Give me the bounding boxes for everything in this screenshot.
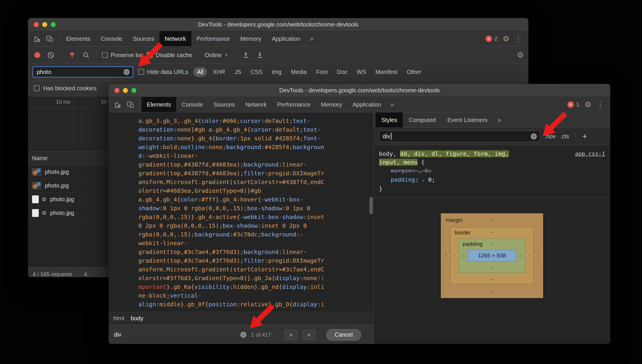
inspect-element-icon[interactable] [113,99,123,110]
zoom-button[interactable] [51,22,56,27]
filter-pill-manifest[interactable]: Manifest [372,67,401,77]
filter-pill-ws[interactable]: WS [353,67,370,77]
css-property-margin[interactable]: margin: ▸ 0; [379,167,605,176]
sidebar-tab-event-listeners[interactable]: Event Listeners [442,112,493,128]
network-filter-input[interactable]: photo × [33,66,133,77]
titlebar[interactable]: DevTools - developers.google.com/web/too… [109,84,610,97]
clear-icon[interactable] [45,50,56,60]
tab-memory[interactable]: Memory [235,31,267,46]
filter-pill-font[interactable]: Font [313,67,331,77]
tab-application[interactable]: Application [347,97,386,112]
has-blocked-cookies-checkbox[interactable] [34,85,40,91]
border-right-value[interactable]: - [525,252,533,259]
sidebar-tab-computed[interactable]: Computed [403,112,441,128]
tab-performance[interactable]: Performance [272,97,316,112]
more-options-icon[interactable]: ⋮ [597,101,604,108]
tab-performance[interactable]: Performance [191,31,235,46]
filter-pill-doc[interactable]: Doc [334,67,351,77]
tab-memory[interactable]: Memory [316,97,347,112]
padding-top-value[interactable]: - [459,241,525,247]
element-classes-button[interactable]: .cls [560,133,569,140]
padding-bottom-value[interactable]: - [459,264,525,271]
padding-right-value[interactable]: - [516,252,525,259]
find-input[interactable]: div [114,331,121,338]
stylesheet-link[interactable]: app.css:1 [575,150,605,158]
throttling-dropdown[interactable]: Online ▼ [203,51,230,60]
previous-match-button[interactable]: ∧ [284,330,298,340]
clear-search-icon[interactable]: × [240,332,246,338]
clear-styles-filter-icon[interactable]: × [531,133,537,139]
box-model-diagram[interactable]: margin - - - - border - - - - padding [441,213,543,298]
network-settings-gear-icon[interactable]: ⚙ [517,51,524,59]
margin-top-value[interactable]: - [441,217,543,223]
box-model-padding[interactable]: padding - - - - 1265 × 938 [458,238,525,273]
tab-application[interactable]: Application [267,31,306,46]
tab-sources[interactable]: Sources [208,97,240,112]
titlebar[interactable]: DevTools - developers.google.com/web/too… [28,18,528,31]
text-caret [391,133,391,140]
close-button[interactable] [34,22,39,27]
next-match-button[interactable]: ∨ [302,330,316,340]
border-bottom-value[interactable]: - [451,276,533,282]
styles-filter-input[interactable]: div × [379,130,540,142]
error-badge[interactable]: × 2 [486,36,498,42]
tab-elements[interactable]: Elements [142,97,176,112]
tab-network[interactable]: Network [159,31,191,46]
filter-pill-css[interactable]: CSS [247,67,266,77]
breadcrumb-body[interactable]: body [131,315,143,322]
elements-source-view[interactable]: a.gb_3.gb_3,.gb_4{color:#666;cursor:defa… [109,112,373,312]
close-button[interactable] [114,88,119,93]
border-left-value[interactable]: - [451,252,458,259]
scrollbar[interactable] [369,112,373,312]
rule-selector[interactable]: input, menu { [379,158,605,167]
sidebar-tab-styles[interactable]: Styles [375,112,403,128]
border-top-value[interactable]: - [451,229,533,236]
box-model-margin[interactable]: margin - - - - border - - - - padding [441,213,543,298]
filter-pill-all[interactable]: All [193,67,207,77]
padding-left-value[interactable]: - [459,252,468,259]
minimize-button[interactable] [123,88,128,93]
error-badge[interactable]: × 1 [567,101,579,108]
more-tabs-chevron[interactable]: » [306,31,318,46]
filter-pill-js[interactable]: JS [231,67,245,77]
margin-right-value[interactable]: - [534,252,543,259]
expand-triangle-icon[interactable]: ▸ [422,178,424,183]
css-property-padding[interactable]: padding: ▸ 0; [379,176,605,185]
record-button[interactable] [34,52,40,58]
zoom-button[interactable] [131,88,136,93]
filter-pill-other[interactable]: Other [403,67,425,77]
margin-bottom-value[interactable]: - [441,288,543,295]
tab-network[interactable]: Network [240,97,272,112]
more-tabs-chevron[interactable]: » [386,97,398,112]
filter-pill-img[interactable]: Img [268,67,285,77]
margin-left-value[interactable]: - [441,252,450,259]
code-line: webkit-linear- [138,239,373,248]
rule-selector[interactable]: body, dd, div, dl, figure, form, img, [379,150,509,158]
filter-pill-xhr[interactable]: XHR [209,67,228,77]
more-tabs-chevron[interactable]: » [493,112,505,128]
settings-gear-icon[interactable]: ⚙ [585,101,591,108]
filter-pill-media[interactable]: Media [287,67,310,77]
new-style-rule-button[interactable]: + [582,132,587,140]
checkbox-unchecked[interactable] [102,52,108,58]
breadcrumb-html[interactable]: html [113,315,124,322]
box-model-border[interactable]: border - - - - padding - - - - [450,227,534,284]
tab-console[interactable]: Console [176,97,208,112]
search-icon[interactable] [81,50,91,60]
box-model-content[interactable]: 1265 × 938 [468,250,516,261]
clear-filter-icon[interactable]: × [124,69,130,75]
scrollbar-thumb[interactable] [369,197,373,214]
device-toolbar-icon[interactable] [44,33,55,44]
expand-triangle-icon[interactable]: ▸ [419,169,421,174]
minimize-button[interactable] [42,22,47,27]
tab-elements[interactable]: Elements [61,31,96,46]
more-options-icon[interactable]: ⋮ [515,35,522,43]
inspect-element-icon[interactable] [32,33,43,44]
export-har-icon[interactable] [255,50,265,60]
filter-icon[interactable] [67,50,77,60]
cancel-button[interactable]: Cancel [326,329,361,341]
device-toolbar-icon[interactable] [125,99,135,110]
import-har-icon[interactable] [241,50,251,60]
tab-console[interactable]: Console [96,31,127,46]
settings-gear-icon[interactable]: ⚙ [503,35,509,43]
